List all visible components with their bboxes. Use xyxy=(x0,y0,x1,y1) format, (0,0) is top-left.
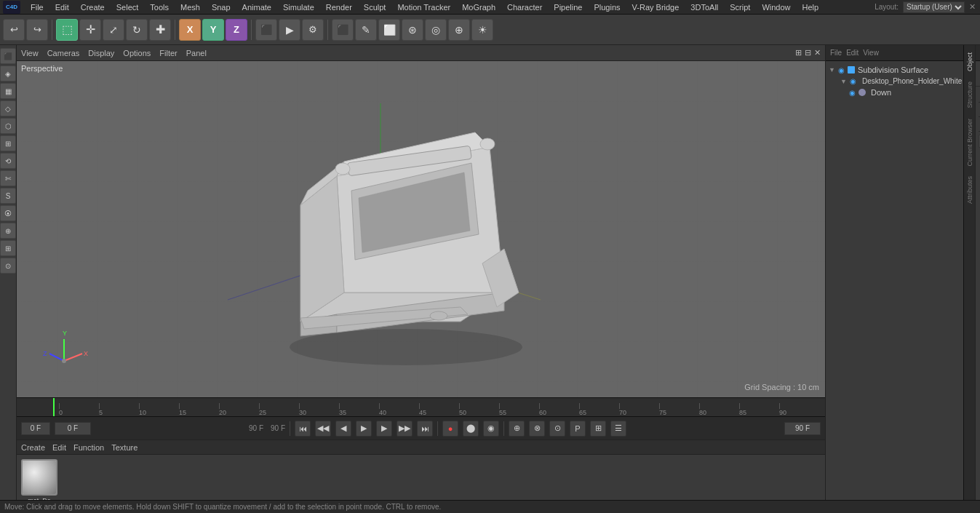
play-button[interactable]: ▶ xyxy=(356,421,372,437)
mat-menu-texture[interactable]: Texture xyxy=(111,443,138,452)
menu-render[interactable]: Render xyxy=(324,3,354,12)
undo-button[interactable]: ↩ xyxy=(3,19,25,41)
select-tool-button[interactable]: ⬚ xyxy=(56,19,78,41)
menu-sculpt[interactable]: Sculpt xyxy=(362,3,388,12)
obj-edit-menu[interactable]: Edit xyxy=(846,49,859,57)
x-axis-button[interactable]: X xyxy=(179,19,201,41)
menu-help[interactable]: Help xyxy=(801,3,821,12)
menu-character[interactable]: Character xyxy=(506,3,543,12)
mat-menu-function[interactable]: Function xyxy=(73,443,104,452)
menu-select[interactable]: Select xyxy=(115,3,140,12)
menu-mesh[interactable]: Mesh xyxy=(179,3,202,12)
auto-keyframe-button[interactable]: ⬤ xyxy=(463,421,479,437)
menu-window[interactable]: Window xyxy=(760,3,792,12)
rotate-tool-button[interactable]: ↻ xyxy=(126,19,148,41)
menu-mograph[interactable]: MoGraph xyxy=(461,3,497,12)
timeline[interactable]: 0 5 10 15 20 25 30 35 40 45 50 55 60 65 … xyxy=(17,397,825,416)
menu-simulate[interactable]: Simulate xyxy=(282,3,316,12)
mat-menu-create[interactable]: Create xyxy=(21,443,45,452)
sidebar-generator-icon[interactable]: ⬡ xyxy=(0,118,16,134)
vp-icon-close[interactable]: ✕ xyxy=(814,48,821,57)
viewport-3d[interactable]: Perspective xyxy=(17,61,825,397)
menu-tools[interactable]: Tools xyxy=(148,3,170,12)
vp-menu-filter[interactable]: Filter xyxy=(159,49,177,57)
vtab-structure[interactable]: Structure xyxy=(965,77,975,113)
obj-file-menu[interactable]: File xyxy=(830,49,842,57)
visibility-icon-down[interactable]: ◉ xyxy=(849,89,856,97)
timeline-button[interactable]: ☰ xyxy=(610,421,626,437)
vtab-object[interactable]: Object xyxy=(965,48,975,76)
obj-row-subdivision[interactable]: ▼ ◉ Subdivision Surface xyxy=(829,64,960,76)
layout-close-icon[interactable]: ✕ xyxy=(968,2,977,12)
record-button[interactable]: ● xyxy=(442,421,458,437)
y-axis-button[interactable]: Y xyxy=(202,19,224,41)
vp-menu-panel[interactable]: Panel xyxy=(186,49,207,57)
keyframe-button[interactable]: ◉ xyxy=(483,421,499,437)
vtab-current-browser[interactable]: Current Browser xyxy=(965,114,975,171)
vp-menu-options[interactable]: Options xyxy=(123,49,151,57)
menu-plugins[interactable]: Plugins xyxy=(592,3,621,12)
jump-start-button[interactable]: ⏮ xyxy=(295,421,311,437)
power-button[interactable]: ⊞ xyxy=(590,421,606,437)
sidebar-knife-icon[interactable]: ✄ xyxy=(0,170,16,186)
expand-arrow-subdivision[interactable]: ▼ xyxy=(829,66,835,73)
jump-end-button[interactable]: ⏭ xyxy=(417,421,433,437)
vp-icon-expand[interactable]: ⊞ xyxy=(795,48,802,57)
sidebar-symmetry-icon[interactable]: ⊞ xyxy=(0,135,16,151)
menu-motion-tracker[interactable]: Motion Tracker xyxy=(396,3,452,12)
mat-menu-edit[interactable]: Edit xyxy=(52,443,66,452)
sculpt-button[interactable]: ⬜ xyxy=(378,19,400,41)
play-forward-button[interactable]: ▶ xyxy=(376,421,392,437)
sidebar-material-icon[interactable]: ◈ xyxy=(0,65,16,81)
visibility-icon-phone-holder[interactable]: ◉ xyxy=(850,77,856,85)
vp-menu-view[interactable]: View xyxy=(21,49,39,57)
menu-script[interactable]: Script xyxy=(728,3,752,12)
start-frame-input[interactable] xyxy=(21,422,50,435)
scale-tool-button[interactable]: ⤢ xyxy=(103,19,124,41)
obj-row-phone-holder[interactable]: ▼ ◉ Desktop_Phone_Holder_White xyxy=(829,76,960,87)
vtab-attributes[interactable]: Attributes xyxy=(965,172,975,208)
sidebar-bend-icon[interactable]: ⟲ xyxy=(0,153,16,169)
motion-sync-button[interactable]: ⊙ xyxy=(549,421,565,437)
obj-row-down[interactable]: ◉ Down xyxy=(829,87,960,98)
vp-icon-lock[interactable]: ⊟ xyxy=(805,48,811,57)
expand-arrow-phone-holder[interactable]: ▼ xyxy=(840,78,847,85)
sidebar-model-icon[interactable]: ⬛ xyxy=(0,48,16,64)
sidebar-texture-icon[interactable]: ▦ xyxy=(0,83,16,99)
menu-animate[interactable]: Animate xyxy=(241,3,273,12)
menu-pipeline[interactable]: Pipeline xyxy=(552,3,583,12)
render-view-button[interactable]: ▶ xyxy=(279,19,300,41)
menu-3dtoall[interactable]: 3DToAll xyxy=(689,3,720,12)
end-frame-input[interactable] xyxy=(784,422,821,435)
menu-create[interactable]: Create xyxy=(79,3,106,12)
vp-menu-display[interactable]: Display xyxy=(88,49,114,57)
redo-button[interactable]: ↪ xyxy=(26,19,48,41)
obj-view-menu[interactable]: View xyxy=(863,49,879,57)
pen-button[interactable]: ✎ xyxy=(355,19,377,41)
fps-type-button[interactable]: P xyxy=(570,421,586,437)
vp-menu-cameras[interactable]: Cameras xyxy=(47,49,80,57)
material-item-1[interactable]: mat_De xyxy=(21,459,57,496)
visibility-icon-subdivision[interactable]: ◉ xyxy=(838,66,845,74)
menu-snap[interactable]: Snap xyxy=(210,3,232,12)
move-tool-button[interactable]: ✛ xyxy=(79,19,101,41)
sidebar-weight-icon[interactable]: ⊙ xyxy=(0,258,16,274)
motion-record-button[interactable]: ⊕ xyxy=(509,421,525,437)
spline-button[interactable]: ⊛ xyxy=(402,19,423,41)
layout-selector[interactable]: Startup (User) xyxy=(903,1,965,13)
sidebar-smooth-icon[interactable]: ⊕ xyxy=(0,223,16,239)
sidebar-grab-icon[interactable]: ⦿ xyxy=(0,205,16,221)
deformer-button[interactable]: ◎ xyxy=(425,19,447,41)
current-frame-input[interactable] xyxy=(55,422,91,435)
cube-button[interactable]: ⬛ xyxy=(332,19,354,41)
menu-vray-bridge[interactable]: V-Ray Bridge xyxy=(631,3,681,12)
motion-play-button[interactable]: ⊗ xyxy=(529,421,545,437)
play-reverse-button[interactable]: ◀ xyxy=(335,421,351,437)
sidebar-weld-icon[interactable]: S xyxy=(0,188,16,204)
light-button[interactable]: ☀ xyxy=(471,19,493,41)
sidebar-deform-icon[interactable]: ◇ xyxy=(0,100,16,116)
render-settings-button[interactable]: ⚙ xyxy=(302,19,324,41)
sidebar-grid-icon[interactable]: ⊞ xyxy=(0,240,16,256)
menu-edit[interactable]: Edit xyxy=(54,3,71,12)
prev-keyframe-button[interactable]: ◀◀ xyxy=(315,421,331,437)
